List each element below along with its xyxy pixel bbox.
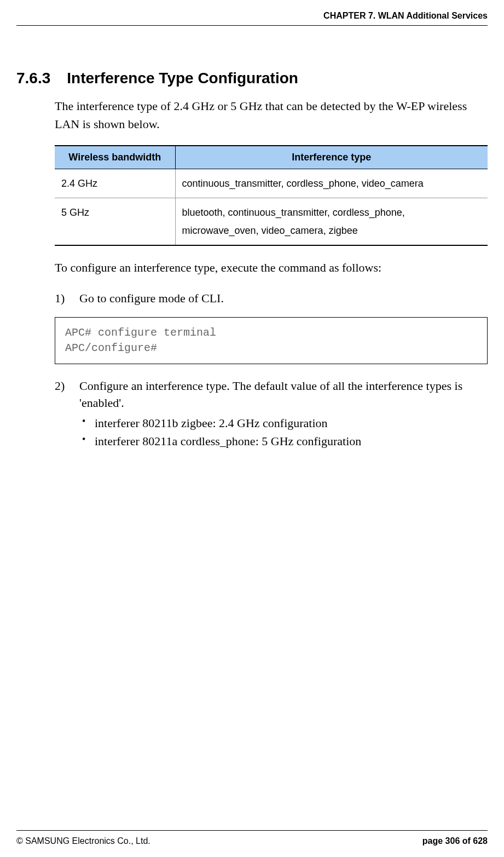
bullet-list: • interferer 80211b zigbee: 2.4 GHz conf…: [79, 414, 488, 450]
section-heading: 7.6.3 Interference Type Configuration: [16, 70, 488, 87]
interference-table: Wireless bandwidth Interference type 2.4…: [55, 145, 488, 246]
bullet-icon: •: [82, 414, 90, 432]
table-header-bandwidth: Wireless bandwidth: [55, 146, 175, 169]
table-cell-bandwidth: 5 GHz: [55, 198, 175, 245]
bullet-item: • interferer 80211b zigbee: 2.4 GHz conf…: [82, 414, 488, 432]
code-block: APC# configure terminal APC/configure#: [55, 317, 488, 364]
main-content: 7.6.3 Interference Type Configuration Th…: [16, 70, 488, 450]
bullet-icon: •: [82, 432, 90, 450]
step-2: 2) Configure an interference type. The d…: [55, 378, 488, 451]
table-cell-type: continuous_transmitter, cordless_phone, …: [175, 169, 488, 198]
table-cell-type: bluetooth, continuous_transmitter, cordl…: [175, 198, 488, 245]
step-content: Go to configure mode of CLI.: [79, 290, 488, 307]
copyright-text: © SAMSUNG Electronics Co., Ltd.: [16, 836, 150, 846]
table-header-row: Wireless bandwidth Interference type: [55, 146, 488, 169]
page-header: CHAPTER 7. WLAN Additional Services: [16, 11, 488, 26]
step-2-text: Configure an interference type. The defa…: [79, 379, 462, 410]
configure-text: To configure an interference type, execu…: [55, 260, 488, 277]
step-content: Configure an interference type. The defa…: [79, 378, 488, 451]
section-title: Interference Type Configuration: [67, 70, 298, 87]
step-number: 2): [55, 378, 79, 451]
bullet-text: interferer 80211a cordless_phone: 5 GHz …: [95, 432, 361, 450]
table-row: 5 GHz bluetooth, continuous_transmitter,…: [55, 198, 488, 245]
table-row: 2.4 GHz continuous_transmitter, cordless…: [55, 169, 488, 198]
chapter-label: CHAPTER 7. WLAN Additional Services: [323, 11, 488, 20]
table-header-type: Interference type: [175, 146, 488, 169]
bullet-text: interferer 80211b zigbee: 2.4 GHz config…: [95, 414, 328, 432]
page-footer: © SAMSUNG Electronics Co., Ltd. page 306…: [16, 830, 488, 846]
page-number: page 306 of 628: [422, 836, 488, 846]
step-number: 1): [55, 290, 79, 307]
step-1: 1) Go to configure mode of CLI.: [55, 290, 488, 307]
intro-paragraph: The interference type of 2.4 GHz or 5 GH…: [55, 97, 488, 133]
section-number: 7.6.3: [16, 70, 50, 87]
table-cell-bandwidth: 2.4 GHz: [55, 169, 175, 198]
bullet-item: • interferer 80211a cordless_phone: 5 GH…: [82, 432, 488, 450]
